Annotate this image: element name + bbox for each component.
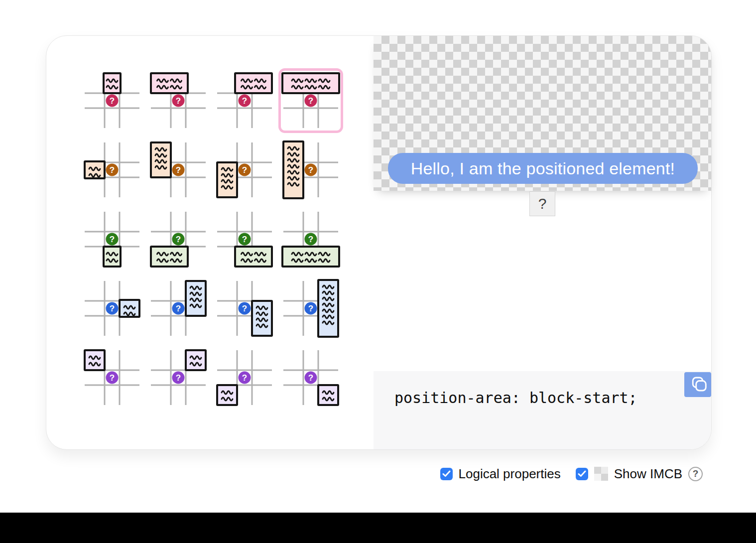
show-imcb-label: Show IMCB [614,466,682,482]
position-area-tool: ? ? ? ? ? [0,0,756,543]
options-bar: Logical properties Show IMCB ? [0,464,703,483]
tile-inline-end-span-block-start[interactable]: ? [148,278,208,338]
svg-text:?: ? [110,96,115,106]
svg-text:?: ? [308,304,313,313]
transparency-preview-area: Hello, I am the positioned element! [374,36,711,191]
svg-text:?: ? [110,235,115,244]
tile-block-start-span-all[interactable]: ? [281,71,341,131]
code-panel: position-area: block-start; [374,371,711,449]
tile-block-start-inline-end[interactable]: ? [148,348,208,407]
svg-text:?: ? [110,373,115,383]
transparency-checker-icon [594,467,608,481]
svg-text:?: ? [110,304,115,313]
svg-text:?: ? [308,235,313,244]
tile-block-start-span-inline-start[interactable]: ? [148,71,208,131]
svg-text:?: ? [176,96,181,106]
tile-block-end-span-inline-end[interactable]: ? [215,209,274,269]
checkmark-icon [578,470,586,477]
tile-inline-end-span-block-end[interactable]: ? [215,278,274,338]
tile-block-start-span-inline-end[interactable]: ? [215,71,274,131]
svg-text:?: ? [242,96,247,106]
svg-text:?: ? [176,165,181,175]
tile-inline-start-span-block-start[interactable]: ? [148,140,208,200]
position-area-grid: ? ? ? ? ? [46,36,374,449]
tool-card: ? ? ? ? ? [46,35,712,450]
css-code-text: position-area: block-start; [394,389,637,407]
tile-inline-start[interactable]: ? [82,140,142,200]
svg-text:?: ? [176,373,181,383]
copy-icon [687,374,709,396]
show-imcb-checkbox[interactable] [576,468,588,480]
tile-inline-start-span-block-end[interactable]: ? [215,140,274,200]
svg-text:?: ? [308,96,313,106]
tile-inline-end-span-all[interactable]: ? [281,278,341,338]
tile-block-end[interactable]: ? [82,209,142,269]
copy-button[interactable] [684,372,711,397]
tile-block-start-inline-start[interactable]: ? [82,348,142,407]
bottom-black-bar [0,513,756,543]
svg-text:?: ? [242,373,247,383]
logical-properties-checkbox[interactable] [440,468,453,480]
svg-text:?: ? [242,235,247,244]
checkmark-icon [442,470,451,477]
tile-inline-end[interactable]: ? [82,278,142,338]
tile-inline-start-span-all[interactable]: ? [281,140,341,200]
svg-text:?: ? [308,165,313,175]
tile-block-end-inline-end[interactable]: ? [281,348,341,407]
svg-text:?: ? [110,165,115,175]
svg-text:?: ? [176,304,181,313]
tile-block-start[interactable]: ? [82,71,142,131]
svg-text:?: ? [308,373,313,383]
logical-properties-label: Logical properties [459,466,561,482]
positioned-element-bubble: Hello, I am the positioned element! [388,153,698,184]
tile-block-end-span-inline-start[interactable]: ? [148,209,208,269]
svg-text:?: ? [242,165,247,175]
svg-text:?: ? [242,304,247,313]
anchor-element: ? [529,191,555,216]
help-icon[interactable]: ? [688,467,703,481]
svg-text:?: ? [176,235,181,244]
tile-block-end-span-all[interactable]: ? [281,209,341,269]
tile-block-end-inline-start[interactable]: ? [215,348,274,407]
